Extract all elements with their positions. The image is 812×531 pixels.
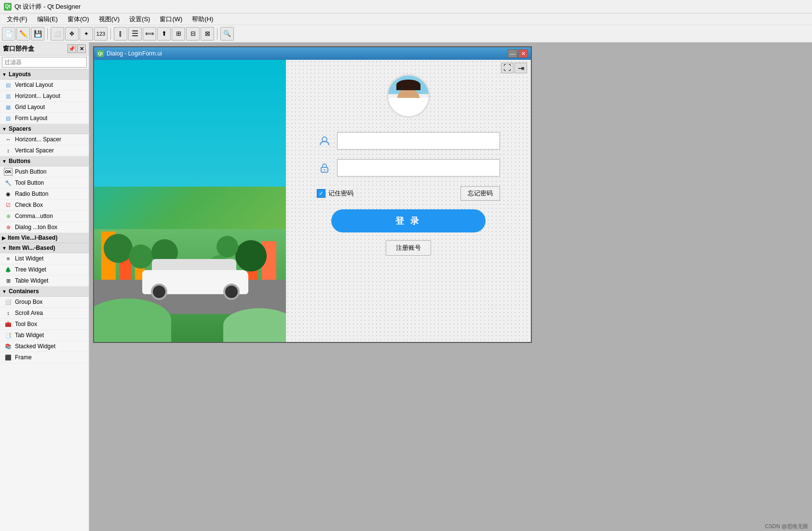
app-title: Qt 设计师 - Qt Designer xyxy=(14,2,81,11)
save-button[interactable]: 💾 xyxy=(31,27,44,41)
title-bar: Qt Qt 设计师 - Qt Designer xyxy=(0,0,812,14)
sidebar-item-tree-widget[interactable]: 🌲 Tree Widget xyxy=(0,264,89,275)
sidebar-item-grid-layout[interactable]: ▦ Grid Layout xyxy=(0,102,89,113)
menu-edit[interactable]: 编辑(E) xyxy=(32,14,63,25)
sidebar-item-label: Check Box xyxy=(15,202,43,208)
sidebar-item-label: Push Button xyxy=(15,168,46,175)
frame-icon: ⬛ xyxy=(4,354,13,361)
menu-file[interactable]: 文件(F) xyxy=(2,14,32,25)
sidebar-item-list-widget[interactable]: ≡ List Widget xyxy=(0,253,89,264)
sidebar-item-label: Grid Layout xyxy=(15,104,45,110)
category-containers[interactable]: ▼ Containers xyxy=(0,286,89,297)
password-input[interactable] xyxy=(337,159,500,177)
sidebar-item-label: Tree Widget xyxy=(15,266,46,273)
image-panel xyxy=(94,60,286,342)
sidebar-item-form-layout[interactable]: ▧ Form Layout xyxy=(0,113,89,124)
sidebar-item-label: Group Box xyxy=(15,299,42,305)
layout-break-button[interactable]: ⊠ xyxy=(201,27,214,41)
form-layout-icon: ▧ xyxy=(4,114,13,122)
content-area: Qt Dialog - LoginForm.ui — ✕ xyxy=(89,42,812,531)
menu-view[interactable]: 视图(V) xyxy=(94,14,124,25)
sidebar-item-group-box[interactable]: ⬜ Group Box xyxy=(0,297,89,308)
scene-background xyxy=(94,60,286,342)
layout-grid-button[interactable]: ⊞ xyxy=(172,27,185,41)
sidebar-item-h-spacer[interactable]: ↔ Horizont... Spacer xyxy=(0,134,89,145)
login-button[interactable]: 登 录 xyxy=(331,209,486,232)
sidebar-item-command-button[interactable]: ⊕ Comma...utton xyxy=(0,211,89,222)
layout-h2-button[interactable]: ⟺ xyxy=(143,27,156,41)
preview-button[interactable]: 🔍 xyxy=(220,27,234,41)
menu-window[interactable]: 窗口(W) xyxy=(155,14,187,25)
forget-password-button[interactable]: 忘记密码 xyxy=(460,186,500,201)
svg-point-2 xyxy=(324,169,325,171)
main-layout: 窗口部件盒 📌 ✕ ▼ Layouts ▤ Vertical Layout xyxy=(0,42,812,531)
edit-button[interactable]: ✏️ xyxy=(16,27,30,41)
category-buttons[interactable]: ▼ Buttons xyxy=(0,156,89,166)
sidebar-item-label: Form Layout xyxy=(15,115,47,122)
category-spacers-arrow: ▼ xyxy=(2,126,7,132)
grid-layout-icon: ▦ xyxy=(4,103,13,111)
designer-window: Qt Dialog - LoginForm.ui — ✕ xyxy=(93,46,532,343)
h-spacer-icon: ↔ xyxy=(4,136,13,143)
remember-checkbox[interactable]: ✓ xyxy=(317,189,325,198)
menu-settings[interactable]: 设置(S) xyxy=(124,14,155,25)
sidebar-item-tab-widget[interactable]: 📑 Tab Widget xyxy=(0,330,89,341)
sidebar-close-button[interactable]: ✕ xyxy=(77,44,86,53)
widget-mode-button[interactable]: ⬜ xyxy=(51,27,64,41)
table-widget-icon: ⊞ xyxy=(4,277,13,285)
toolbar-separator-3 xyxy=(217,28,217,40)
layout-form-button[interactable]: ⊟ xyxy=(186,27,200,41)
layout-h-button[interactable]: ☰ xyxy=(128,27,142,41)
sidebar-item-label: Vertical Spacer xyxy=(15,147,54,154)
v-spacer-icon: ↕ xyxy=(4,147,13,154)
statusbar-text: CSDN @思络无限 xyxy=(765,523,808,529)
sidebar-header: 窗口部件盒 📌 ✕ xyxy=(0,42,89,55)
menu-help[interactable]: 帮助(H) xyxy=(187,14,218,25)
sidebar-item-label: Vertical Layout xyxy=(15,82,53,88)
sidebar-item-dialog-button[interactable]: ⊗ Dialog ...ton Box xyxy=(0,222,89,233)
sidebar-pin-button[interactable]: 📌 xyxy=(68,44,76,53)
form-expand-button[interactable]: ⛶ xyxy=(501,63,514,73)
sidebar-filter-input[interactable] xyxy=(2,57,87,68)
sidebar-header-buttons: 📌 ✕ xyxy=(68,44,86,53)
sidebar-item-horizontal-layout[interactable]: ▥ Horizont... Layout xyxy=(0,91,89,102)
password-field-row xyxy=(317,159,500,177)
sidebar-item-scroll-area[interactable]: ↕ Scroll Area xyxy=(0,308,89,319)
category-spacers[interactable]: ▼ Spacers xyxy=(0,124,89,134)
register-button[interactable]: 注册账号 xyxy=(386,240,431,256)
new-file-button[interactable]: 📄 xyxy=(2,27,15,41)
layout-up-button[interactable]: ⬆ xyxy=(157,27,171,41)
sidebar: 窗口部件盒 📌 ✕ ▼ Layouts ▤ Vertical Layout xyxy=(0,42,89,531)
category-item-widgets[interactable]: ▼ Item Wi...-Based) xyxy=(0,243,89,253)
sidebar-item-label: Horizont... Spacer xyxy=(15,136,61,143)
category-item-widgets-label: Item Wi...-Based) xyxy=(9,245,55,251)
sidebar-item-tool-button[interactable]: 🔧 Tool Button xyxy=(0,177,89,189)
form-top-buttons: ⛶ ⇥ xyxy=(501,63,527,73)
sidebar-item-stacked-widget[interactable]: 📚 Stacked Widget xyxy=(0,341,89,352)
designer-minimize-button[interactable]: — xyxy=(508,49,517,58)
layout-v-button[interactable]: ⫿ xyxy=(114,27,127,41)
category-item-views[interactable]: ▶ Item Vie...l-Based) xyxy=(0,233,89,243)
menu-form[interactable]: 窗体(O) xyxy=(63,14,94,25)
sidebar-item-v-spacer[interactable]: ↕ Vertical Spacer xyxy=(0,145,89,156)
designer-titlebar: Qt Dialog - LoginForm.ui — ✕ xyxy=(94,47,531,60)
sidebar-item-push-button[interactable]: OK Push Button xyxy=(0,166,89,177)
sidebar-item-label: Horizont... Layout xyxy=(15,93,60,99)
sidebar-item-radio-button[interactable]: ◉ Radio Button xyxy=(0,189,89,200)
select-button[interactable]: ✥ xyxy=(65,27,79,41)
sidebar-item-vertical-layout[interactable]: ▤ Vertical Layout xyxy=(0,80,89,91)
form-exit-button[interactable]: ⇥ xyxy=(514,63,527,73)
category-layouts[interactable]: ▼ Layouts xyxy=(0,69,89,80)
sidebar-item-label: Tab Widget xyxy=(15,332,44,339)
sidebar-item-frame[interactable]: ⬛ Frame xyxy=(0,352,89,363)
avatar xyxy=(387,74,430,118)
sidebar-item-tool-box[interactable]: 🧰 Tool Box xyxy=(0,319,89,330)
designer-close-button[interactable]: ✕ xyxy=(518,49,528,58)
stacked-widget-icon: 📚 xyxy=(4,342,13,350)
order-button[interactable]: ✦ xyxy=(80,27,93,41)
sidebar-item-label: Radio Button xyxy=(15,191,48,197)
sidebar-item-check-box[interactable]: ☑ Check Box xyxy=(0,200,89,211)
username-input[interactable] xyxy=(337,132,500,150)
sidebar-item-table-widget[interactable]: ⊞ Table Widget xyxy=(0,275,89,286)
tab-order-button[interactable]: 123 xyxy=(94,27,108,41)
